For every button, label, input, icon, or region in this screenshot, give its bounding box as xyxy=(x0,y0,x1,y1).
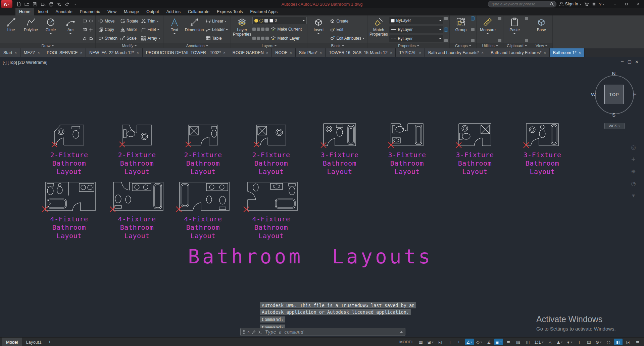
linetype-dropdown[interactable]: ByLayer xyxy=(389,35,443,42)
drawing-tab[interactable]: ROOF GARDEN × xyxy=(229,48,272,57)
ellipse-tool-icon[interactable] xyxy=(88,17,94,25)
text-button[interactable]: Text xyxy=(165,16,184,43)
linear-dimension-button[interactable]: Linear xyxy=(205,17,229,25)
cut-icon[interactable] xyxy=(525,17,528,20)
save-as-button[interactable] xyxy=(39,1,47,7)
tab-close-icon[interactable]: × xyxy=(579,51,581,55)
mirror-button[interactable]: Mirror xyxy=(119,26,139,34)
layer-properties-button[interactable]: Layer Properties xyxy=(233,16,251,43)
undo-button[interactable] xyxy=(55,1,63,7)
copy-clip-icon[interactable] xyxy=(525,39,528,42)
osnap-tracking-icon[interactable]: ∡ xyxy=(485,339,493,345)
tab-close-icon[interactable]: × xyxy=(80,51,82,55)
transparency-tool-icon[interactable] xyxy=(444,17,448,20)
layer-unisolate-icon[interactable] xyxy=(257,37,260,40)
layer-lock-toggle-icon[interactable] xyxy=(265,28,269,31)
group-edit-icon[interactable] xyxy=(471,39,475,42)
search-input[interactable] xyxy=(490,2,549,6)
bathroom-figure-3[interactable]: 2-Fixture Bathroom Layout xyxy=(180,120,227,176)
circle-button[interactable]: Circle xyxy=(41,16,60,43)
viewport-control[interactable]: [-] xyxy=(3,60,7,65)
ribbon-tab[interactable]: Express Tools xyxy=(213,8,247,15)
open-file-button[interactable] xyxy=(23,1,31,7)
bathroom-figure-2[interactable]: 2-Fixture Bathroom Layout xyxy=(113,120,160,176)
layer-walk-icon[interactable] xyxy=(252,37,256,40)
viewport-window-icon[interactable]: × xyxy=(635,59,639,64)
view-cube[interactable]: N S W E TOP xyxy=(590,71,637,118)
selection-cycling-icon[interactable]: ◫ xyxy=(524,339,532,345)
drawing-tab[interactable]: MEZZ × xyxy=(20,48,43,57)
draw-panel-title[interactable]: Draw xyxy=(0,43,95,48)
bathroom-figure-4[interactable]: 2-Fixture Bathroom Layout xyxy=(248,120,295,176)
layer-dropdown[interactable]: 0 xyxy=(252,17,307,24)
bathroom-figure-6[interactable]: 3-Fixture Bathroom Layout xyxy=(384,120,431,176)
command-input[interactable] xyxy=(264,329,398,335)
tab-close-icon[interactable]: × xyxy=(290,51,292,55)
minimize-button[interactable] xyxy=(609,0,621,8)
new-file-button[interactable] xyxy=(15,1,22,7)
drawing-tab[interactable]: Bath and Laundry Faucets* × xyxy=(425,48,487,57)
create-block-button[interactable]: Create xyxy=(329,17,365,25)
properties-palette-icon[interactable] xyxy=(444,39,448,42)
region-tool-icon[interactable] xyxy=(82,34,88,42)
tab-close-icon[interactable]: × xyxy=(419,51,421,55)
autoscale-icon[interactable]: ▲ xyxy=(555,339,564,345)
snap-icon[interactable]: ⊞ xyxy=(426,339,435,345)
quick-properties-icon[interactable]: ▤ xyxy=(585,339,593,345)
drawing-tab[interactable]: NEW_FA_22-March-12* × xyxy=(86,48,143,57)
group-selection-toggle-icon[interactable] xyxy=(471,17,475,20)
ribbon-tab[interactable]: Manage xyxy=(120,8,143,15)
properties-panel-title[interactable]: Properties xyxy=(367,43,449,48)
tab-close-icon[interactable]: × xyxy=(223,51,225,55)
drawing-tab[interactable]: Bathroom 1* × xyxy=(550,48,585,57)
infer-constraints-icon[interactable]: ◱ xyxy=(436,339,445,345)
dimension-button[interactable]: Dimension xyxy=(185,16,204,43)
view-panel-title[interactable]: View xyxy=(530,43,552,48)
layers-panel-title[interactable]: Layers xyxy=(231,43,307,48)
bathroom-figure-11[interactable]: 4-Fixture Bathroom Layout xyxy=(173,179,233,240)
graphics-performance-icon[interactable]: ◧ xyxy=(614,339,623,345)
apps-icon[interactable] xyxy=(592,1,596,7)
lineweight-icon[interactable]: ≡ xyxy=(504,339,513,345)
bathroom-figure-8[interactable]: 3-Fixture Bathroom Layout xyxy=(519,120,566,176)
ribbon-tab[interactable]: Annotate xyxy=(52,8,76,15)
drag-grip-icon[interactable] xyxy=(243,330,245,334)
bathroom-figure-1[interactable]: 2-Fixture Bathroom Layout xyxy=(46,120,93,176)
annotation-visibility-icon[interactable]: △ xyxy=(546,339,554,345)
application-menu-button[interactable]: A xyxy=(1,0,12,8)
tab-close-icon[interactable]: × xyxy=(481,51,483,55)
utilities-panel-title[interactable]: Utilities xyxy=(477,43,503,48)
rotate-button[interactable]: Rotate xyxy=(119,17,139,25)
layer-freeze-icon[interactable] xyxy=(261,28,264,31)
drawing-tab[interactable]: Bath and Laundry Fixtures* × xyxy=(487,48,550,57)
leader-button[interactable]: Leader xyxy=(205,26,229,34)
drawing-tab[interactable]: ROOF × xyxy=(272,48,296,57)
maximize-button[interactable] xyxy=(621,0,632,8)
bathroom-figure-12[interactable]: 4-Fixture Bathroom Layout xyxy=(241,179,301,240)
compass-west[interactable]: W xyxy=(591,91,596,97)
tab-close-icon[interactable]: × xyxy=(390,51,392,55)
edit-block-button[interactable]: Edit xyxy=(329,26,365,34)
annotation-monitor-icon[interactable]: + xyxy=(575,339,584,345)
quick-calculator-icon[interactable] xyxy=(498,39,501,42)
drawing-tab[interactable]: PRODUCTION DETAIL TOWER - T002* × xyxy=(143,48,229,57)
tab-close-icon[interactable]: × xyxy=(266,51,268,55)
viewport-window-icon[interactable]: − xyxy=(621,59,624,64)
block-panel-title[interactable]: Block xyxy=(307,43,367,48)
hatch-tool-icon[interactable] xyxy=(82,26,88,34)
clean-screen-icon[interactable]: ◲ xyxy=(624,339,632,345)
ribbon-tab[interactable]: Insert xyxy=(34,8,52,15)
make-current-button[interactable]: Make Current xyxy=(270,25,303,33)
viewport-window-icon[interactable]: ▢ xyxy=(628,59,632,64)
bathroom-figure-5[interactable]: 3-Fixture Bathroom Layout xyxy=(316,120,363,176)
bathroom-figure-7[interactable]: 3-Fixture Bathroom Layout xyxy=(451,120,498,176)
isometric-drafting-icon[interactable]: ◇ xyxy=(475,339,484,345)
bathroom-figure-10[interactable]: 4-Fixture Bathroom Layout xyxy=(107,179,167,240)
view-cube-top-face[interactable]: TOP xyxy=(604,85,624,104)
customization-icon[interactable]: ≡ xyxy=(633,339,642,345)
drawing-tab[interactable]: TOWER 16_GAS_15-March-12 × xyxy=(326,48,396,57)
tab-close-icon[interactable]: × xyxy=(137,51,139,55)
model-tab[interactable]: Model xyxy=(2,338,22,346)
tab-close-icon[interactable]: × xyxy=(14,51,16,55)
drawing-tab[interactable]: Start × xyxy=(0,48,20,57)
